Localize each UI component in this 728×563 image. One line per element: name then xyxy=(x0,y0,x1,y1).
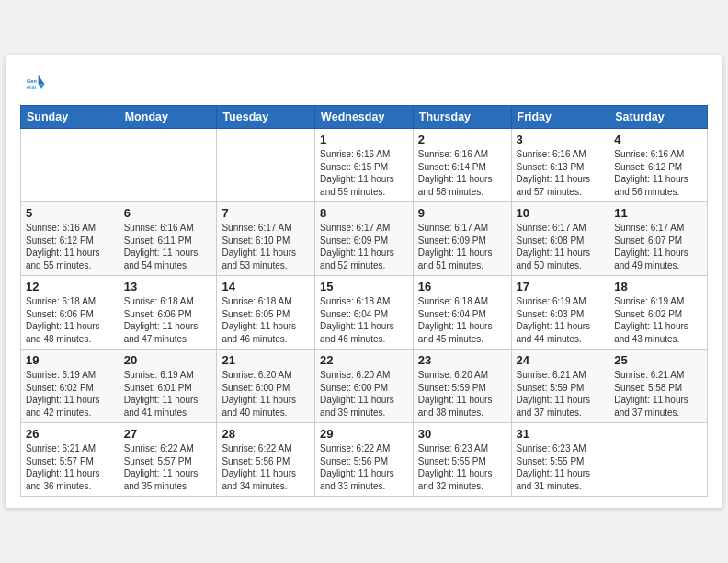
day-number: 23 xyxy=(418,353,506,367)
calendar-week-row: 19Sunrise: 6:19 AM Sunset: 6:02 PM Dayli… xyxy=(21,350,708,423)
calendar-cell: 3Sunrise: 6:16 AM Sunset: 6:13 PM Daylig… xyxy=(511,129,609,202)
calendar-cell: 20Sunrise: 6:19 AM Sunset: 6:01 PM Dayli… xyxy=(119,350,217,423)
day-number: 3 xyxy=(517,132,605,146)
day-info: Sunrise: 6:17 AM Sunset: 6:07 PM Dayligh… xyxy=(614,222,702,271)
calendar-cell: 5Sunrise: 6:16 AM Sunset: 6:12 PM Daylig… xyxy=(21,202,119,276)
day-number: 2 xyxy=(418,132,506,146)
calendar-cell: 19Sunrise: 6:19 AM Sunset: 6:02 PM Dayli… xyxy=(21,350,119,423)
calendar-cell: 6Sunrise: 6:16 AM Sunset: 6:11 PM Daylig… xyxy=(119,202,217,276)
day-info: Sunrise: 6:20 AM Sunset: 6:00 PM Dayligh… xyxy=(320,369,408,419)
day-number: 10 xyxy=(517,206,605,220)
header: Gen eral xyxy=(20,70,708,96)
day-number: 26 xyxy=(26,427,114,441)
calendar-cell: 28Sunrise: 6:22 AM Sunset: 5:56 PM Dayli… xyxy=(217,423,315,497)
day-info: Sunrise: 6:21 AM Sunset: 5:59 PM Dayligh… xyxy=(517,369,605,419)
day-info: Sunrise: 6:22 AM Sunset: 5:56 PM Dayligh… xyxy=(320,442,408,492)
day-info: Sunrise: 6:21 AM Sunset: 5:58 PM Dayligh… xyxy=(614,369,702,419)
header-sunday: Sunday xyxy=(21,106,119,129)
day-info: Sunrise: 6:18 AM Sunset: 6:06 PM Dayligh… xyxy=(124,295,212,345)
svg-text:eral: eral xyxy=(27,85,36,90)
day-number: 13 xyxy=(124,280,212,293)
day-info: Sunrise: 6:22 AM Sunset: 5:56 PM Dayligh… xyxy=(222,442,310,492)
calendar-cell: 9Sunrise: 6:17 AM Sunset: 6:09 PM Daylig… xyxy=(413,202,511,276)
calendar-cell: 25Sunrise: 6:21 AM Sunset: 5:58 PM Dayli… xyxy=(609,350,708,423)
calendar-cell: 8Sunrise: 6:17 AM Sunset: 6:09 PM Daylig… xyxy=(315,202,414,276)
calendar-cell: 10Sunrise: 6:17 AM Sunset: 6:08 PM Dayli… xyxy=(511,202,609,276)
calendar-cell: 12Sunrise: 6:18 AM Sunset: 6:06 PM Dayli… xyxy=(21,276,119,350)
header-tuesday: Tuesday xyxy=(217,106,315,129)
calendar-cell: 24Sunrise: 6:21 AM Sunset: 5:59 PM Dayli… xyxy=(511,350,609,423)
day-info: Sunrise: 6:16 AM Sunset: 6:15 PM Dayligh… xyxy=(320,148,408,198)
calendar-cell: 7Sunrise: 6:17 AM Sunset: 6:10 PM Daylig… xyxy=(217,202,315,276)
day-number: 24 xyxy=(517,353,605,367)
day-number: 31 xyxy=(517,427,605,441)
calendar-cell: 4Sunrise: 6:16 AM Sunset: 6:12 PM Daylig… xyxy=(609,129,708,202)
calendar-week-row: 5Sunrise: 6:16 AM Sunset: 6:12 PM Daylig… xyxy=(21,202,708,276)
day-number: 8 xyxy=(320,206,408,220)
day-number: 5 xyxy=(26,206,114,220)
day-number: 7 xyxy=(222,206,310,220)
calendar-cell: 29Sunrise: 6:22 AM Sunset: 5:56 PM Dayli… xyxy=(315,423,414,497)
calendar-cell: 17Sunrise: 6:19 AM Sunset: 6:03 PM Dayli… xyxy=(511,276,609,350)
day-info: Sunrise: 6:16 AM Sunset: 6:12 PM Dayligh… xyxy=(26,222,114,271)
calendar-cell: 23Sunrise: 6:20 AM Sunset: 5:59 PM Dayli… xyxy=(413,350,511,423)
calendar-container: Gen eral SundayMondayTuesdayWednesdayThu… xyxy=(6,55,722,508)
day-number: 14 xyxy=(222,280,310,293)
header-wednesday: Wednesday xyxy=(315,106,414,129)
day-info: Sunrise: 6:19 AM Sunset: 6:02 PM Dayligh… xyxy=(26,369,114,419)
calendar-cell: 26Sunrise: 6:21 AM Sunset: 5:57 PM Dayli… xyxy=(21,423,119,497)
day-info: Sunrise: 6:19 AM Sunset: 6:03 PM Dayligh… xyxy=(517,295,605,345)
day-number: 18 xyxy=(614,280,702,293)
calendar-week-row: 12Sunrise: 6:18 AM Sunset: 6:06 PM Dayli… xyxy=(21,276,708,350)
day-info: Sunrise: 6:23 AM Sunset: 5:55 PM Dayligh… xyxy=(418,442,506,492)
day-number: 20 xyxy=(124,353,212,367)
day-number: 16 xyxy=(418,280,506,293)
calendar-cell: 11Sunrise: 6:17 AM Sunset: 6:07 PM Dayli… xyxy=(609,202,708,276)
svg-text:Gen: Gen xyxy=(27,78,37,84)
day-number: 21 xyxy=(222,353,310,367)
day-number: 17 xyxy=(517,280,605,293)
calendar-header-row: SundayMondayTuesdayWednesdayThursdayFrid… xyxy=(21,106,708,129)
calendar-cell: 2Sunrise: 6:16 AM Sunset: 6:14 PM Daylig… xyxy=(413,129,511,202)
day-number: 19 xyxy=(26,353,114,367)
day-number: 15 xyxy=(320,280,408,293)
logo-icon: Gen eral xyxy=(20,70,46,96)
day-info: Sunrise: 6:16 AM Sunset: 6:12 PM Dayligh… xyxy=(614,148,702,198)
calendar-cell xyxy=(609,423,708,497)
day-info: Sunrise: 6:16 AM Sunset: 6:11 PM Dayligh… xyxy=(124,222,212,271)
day-info: Sunrise: 6:18 AM Sunset: 6:04 PM Dayligh… xyxy=(418,295,506,345)
day-info: Sunrise: 6:17 AM Sunset: 6:09 PM Dayligh… xyxy=(418,222,506,271)
logo: Gen eral xyxy=(20,70,50,96)
day-info: Sunrise: 6:16 AM Sunset: 6:13 PM Dayligh… xyxy=(517,148,605,198)
header-friday: Friday xyxy=(511,106,609,129)
calendar-week-row: 26Sunrise: 6:21 AM Sunset: 5:57 PM Dayli… xyxy=(21,423,708,497)
calendar-cell xyxy=(119,129,217,202)
calendar-cell: 14Sunrise: 6:18 AM Sunset: 6:05 PM Dayli… xyxy=(217,276,315,350)
calendar-cell xyxy=(217,129,315,202)
header-monday: Monday xyxy=(119,106,217,129)
day-number: 25 xyxy=(614,353,702,367)
day-number: 9 xyxy=(418,206,506,220)
day-info: Sunrise: 6:18 AM Sunset: 6:04 PM Dayligh… xyxy=(320,295,408,345)
calendar-cell: 22Sunrise: 6:20 AM Sunset: 6:00 PM Dayli… xyxy=(315,350,414,423)
calendar-cell: 16Sunrise: 6:18 AM Sunset: 6:04 PM Dayli… xyxy=(413,276,511,350)
calendar-cell: 30Sunrise: 6:23 AM Sunset: 5:55 PM Dayli… xyxy=(413,423,511,497)
calendar-cell: 31Sunrise: 6:23 AM Sunset: 5:55 PM Dayli… xyxy=(511,423,609,497)
svg-marker-0 xyxy=(39,75,45,85)
calendar-cell: 27Sunrise: 6:22 AM Sunset: 5:57 PM Dayli… xyxy=(119,423,217,497)
day-info: Sunrise: 6:21 AM Sunset: 5:57 PM Dayligh… xyxy=(26,442,114,492)
day-number: 29 xyxy=(320,427,408,441)
day-number: 1 xyxy=(320,132,408,146)
day-info: Sunrise: 6:20 AM Sunset: 6:00 PM Dayligh… xyxy=(222,369,310,419)
calendar-cell: 18Sunrise: 6:19 AM Sunset: 6:02 PM Dayli… xyxy=(609,276,708,350)
calendar-cell xyxy=(21,129,119,202)
day-info: Sunrise: 6:16 AM Sunset: 6:14 PM Dayligh… xyxy=(418,148,506,198)
day-number: 4 xyxy=(614,132,702,146)
day-number: 30 xyxy=(418,427,506,441)
day-info: Sunrise: 6:20 AM Sunset: 5:59 PM Dayligh… xyxy=(418,369,506,419)
day-number: 22 xyxy=(320,353,408,367)
day-info: Sunrise: 6:17 AM Sunset: 6:10 PM Dayligh… xyxy=(222,222,310,271)
day-info: Sunrise: 6:18 AM Sunset: 6:05 PM Dayligh… xyxy=(222,295,310,345)
day-info: Sunrise: 6:18 AM Sunset: 6:06 PM Dayligh… xyxy=(26,295,114,345)
day-info: Sunrise: 6:19 AM Sunset: 6:02 PM Dayligh… xyxy=(614,295,702,345)
